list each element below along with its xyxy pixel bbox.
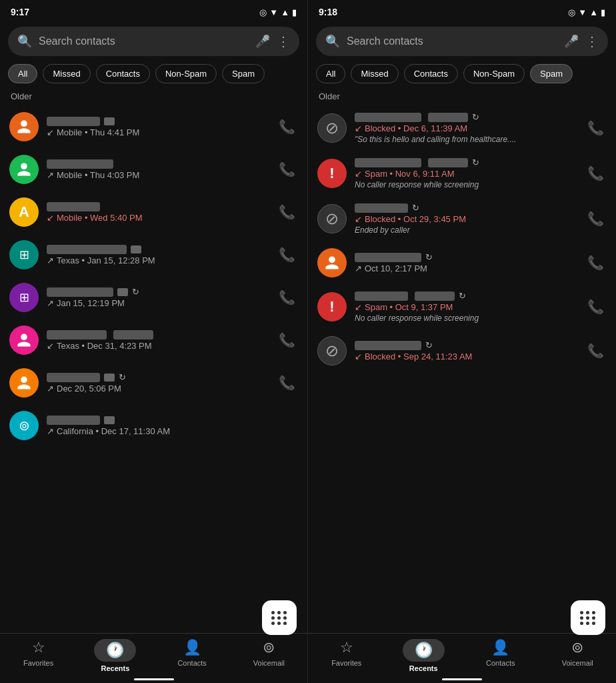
- refresh-icon: ↻: [472, 157, 479, 167]
- tab-contacts-right[interactable]: Contacts: [404, 64, 458, 83]
- call-button[interactable]: 📞: [276, 372, 298, 394]
- call-button[interactable]: 📞: [585, 117, 607, 139]
- call-button[interactable]: 📞: [276, 201, 298, 223]
- call-list-right: ⊘ ↻ ↙ Blocked • Dec 6, 11:39 AM "So this…: [308, 105, 616, 633]
- dialpad-fab-right[interactable]: [571, 600, 605, 635]
- call-button[interactable]: 📞: [276, 244, 298, 265]
- call-button[interactable]: 📞: [276, 287, 298, 308]
- nav-label-contacts-right: Contacts: [486, 659, 515, 667]
- tab-all-right[interactable]: All: [316, 64, 345, 83]
- tab-all-left[interactable]: All: [8, 64, 37, 83]
- tab-missed-left[interactable]: Missed: [43, 64, 90, 83]
- tab-nonspam-right[interactable]: Non-Spam: [463, 64, 525, 83]
- tab-spam-left[interactable]: Spam: [222, 64, 265, 83]
- call-arrow: ↙: [355, 169, 362, 179]
- call-info: ↻ ↗ Dec 20, 5:06 PM: [47, 372, 268, 394]
- call-info: ↗ California • Dec 17, 11:30 AM: [47, 416, 298, 436]
- tab-missed-right[interactable]: Missed: [351, 64, 398, 83]
- contact-name-blur: [47, 159, 113, 169]
- nav-label-voicemail-right: Voicemail: [562, 659, 593, 667]
- avatar: [317, 248, 347, 277]
- dialpad-icon: [271, 611, 287, 625]
- location-icon: ◎: [568, 7, 575, 17]
- call-item[interactable]: ↙ Texas • Dec 31, 4:23 PM 📞: [0, 319, 307, 362]
- nav-recents-right[interactable]: 🕐 Recents: [385, 639, 463, 672]
- call-button[interactable]: 📞: [276, 329, 298, 351]
- contact-name-blur: [47, 202, 100, 211]
- battery-icon: ▮: [601, 7, 605, 17]
- dialpad-icon: [580, 611, 596, 625]
- call-arrow: ↗: [355, 263, 362, 273]
- tab-nonspam-left[interactable]: Non-Spam: [155, 64, 217, 83]
- mic-icon[interactable]: 🎤: [564, 34, 579, 49]
- call-item[interactable]: ! ↻ ↙ Spam • Oct 9, 1:37 PM No caller re…: [308, 284, 616, 329]
- dialpad-fab-left[interactable]: [262, 600, 297, 635]
- contact-name-blur: [47, 287, 113, 297]
- nav-recents-left[interactable]: 🕐 Recents: [77, 639, 153, 672]
- nav-favorites-left[interactable]: ☆ Favorites: [0, 639, 77, 672]
- avatar: A: [9, 197, 39, 227]
- call-detail-missed: ↙ Mobile • Wed 5:40 PM: [47, 213, 268, 223]
- call-button[interactable]: 📞: [276, 159, 298, 180]
- call-info: ↻ ↗ Oct 10, 2:17 PM: [355, 252, 577, 273]
- call-button[interactable]: 📞: [585, 163, 607, 184]
- avatar: ⊞: [9, 240, 39, 269]
- right-panel: 9:18 ◎ ▼ ▲ ▮ 🔍 Search contacts 🎤 ⋮ All M…: [308, 0, 616, 683]
- call-item[interactable]: ⊘ ↻ ↙ Blocked • Sep 24, 11:23 AM 📞: [308, 329, 616, 372]
- more-icon[interactable]: ⋮: [585, 33, 599, 49]
- avatar-blocked: ⊘: [317, 113, 347, 143]
- call-item[interactable]: ⊘ ↻ ↙ Blocked • Oct 29, 3:45 PM Ended by…: [308, 196, 616, 241]
- call-sub-text: Ended by caller: [355, 225, 577, 235]
- nav-voicemail-right[interactable]: ⊚ Voicemail: [539, 639, 617, 672]
- call-button[interactable]: 📞: [585, 296, 607, 317]
- call-item[interactable]: ↙ Mobile • Thu 4:41 PM 📞: [0, 105, 307, 148]
- call-item[interactable]: A ↙ Mobile • Wed 5:40 PM 📞: [0, 191, 307, 233]
- nav-contacts-right[interactable]: 👤 Contacts: [462, 639, 539, 672]
- filter-tabs-right: All Missed Contacts Non-Spam Spam: [308, 61, 616, 89]
- call-item[interactable]: ⊚ ↗ California • Dec 17, 11:30 AM: [0, 404, 307, 447]
- call-item[interactable]: ↗ Mobile • Thu 4:03 PM 📞: [0, 148, 307, 191]
- nav-label-voicemail-left: Voicemail: [253, 659, 285, 667]
- call-arrow: ↗: [47, 384, 54, 394]
- nav-contacts-left[interactable]: 👤 Contacts: [154, 639, 231, 672]
- call-item[interactable]: ⊞ ↻ ↗ Jan 15, 12:19 PM 📞: [0, 276, 307, 319]
- hd-badge: [131, 245, 141, 253]
- call-button[interactable]: 📞: [276, 116, 298, 137]
- nav-indicator-right: [442, 678, 482, 680]
- call-button[interactable]: 📞: [585, 208, 607, 229]
- tab-spam-right[interactable]: Spam: [530, 64, 573, 83]
- contact-name-blur: [355, 203, 408, 213]
- call-detail-spam: ↙ Spam • Nov 6, 9:11 AM: [355, 169, 577, 179]
- refresh-icon: ↻: [425, 340, 433, 350]
- call-button[interactable]: 📞: [585, 340, 607, 362]
- call-info: ↻ ↙ Blocked • Sep 24, 11:23 AM: [355, 340, 577, 362]
- call-detail: ↗ Oct 10, 2:17 PM: [355, 263, 577, 273]
- contact-name-blur: [355, 291, 408, 301]
- call-item[interactable]: ⊞ ↗ Texas • Jan 15, 12:28 PM 📞: [0, 233, 307, 276]
- call-detail: ↙ Mobile • Thu 4:41 PM: [47, 127, 268, 137]
- nav-voicemail-left[interactable]: ⊚ Voicemail: [231, 639, 307, 672]
- call-item[interactable]: ! ↻ ↙ Spam • Nov 6, 9:11 AM No caller re…: [308, 151, 616, 196]
- call-info: ↻ ↙ Blocked • Dec 6, 11:39 AM "So this i…: [355, 112, 577, 144]
- avatar-spam: !: [317, 292, 347, 321]
- avatar-spam: !: [317, 159, 347, 188]
- nav-label-favorites-left: Favorites: [23, 659, 53, 667]
- search-bar-left[interactable]: 🔍 Search contacts 🎤 ⋮: [8, 27, 299, 56]
- call-item[interactable]: ↻ ↗ Oct 10, 2:17 PM 📞: [308, 241, 616, 284]
- tab-contacts-left[interactable]: Contacts: [96, 64, 150, 83]
- avatar-blocked: ⊘: [317, 204, 347, 233]
- call-button[interactable]: 📞: [585, 252, 607, 273]
- call-item[interactable]: ⊘ ↻ ↙ Blocked • Dec 6, 11:39 AM "So this…: [308, 105, 616, 151]
- call-arrow: ↙: [355, 123, 362, 133]
- refresh-icon: ↻: [459, 291, 466, 301]
- search-bar-right[interactable]: 🔍 Search contacts 🎤 ⋮: [316, 27, 608, 56]
- call-item[interactable]: ↻ ↗ Dec 20, 5:06 PM 📞: [0, 362, 307, 404]
- nav-label-recents-left: Recents: [101, 664, 129, 672]
- call-info: ↗ Mobile • Thu 4:03 PM: [47, 159, 268, 180]
- nav-favorites-right[interactable]: ☆ Favorites: [308, 639, 385, 672]
- call-arrow: ↗: [47, 426, 54, 436]
- call-arrow: ↗: [47, 298, 54, 308]
- mic-icon[interactable]: 🎤: [255, 34, 270, 49]
- more-icon[interactable]: ⋮: [277, 33, 290, 49]
- avatar-blocked: ⊘: [317, 336, 347, 366]
